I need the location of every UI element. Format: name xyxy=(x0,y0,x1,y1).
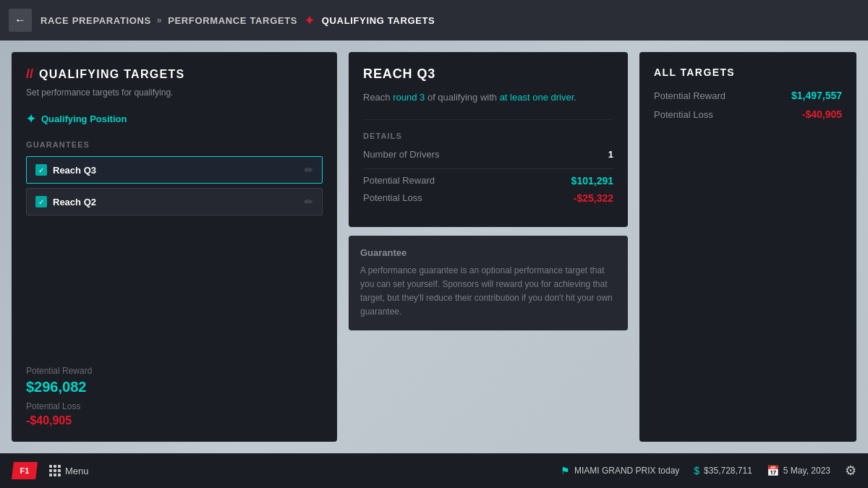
drivers-label: Number of Drivers xyxy=(363,149,439,160)
grid-icon xyxy=(49,465,61,476)
guarantee-info-card: Guarantee A performance guarantee is an … xyxy=(349,236,628,331)
left-reward-label: Potential Reward xyxy=(26,366,323,376)
date-label: 5 May, 2023 xyxy=(783,466,830,476)
plus-icon: ✦ xyxy=(26,112,35,126)
details-label: DETAILS xyxy=(363,132,613,140)
qualifying-position-label: Qualifying Position xyxy=(41,114,127,124)
all-targets-reward-row: Potential Reward $1,497,557 xyxy=(654,90,842,101)
card-description: Reach round 3 of qualifying with at leas… xyxy=(363,90,613,105)
back-button[interactable]: ← xyxy=(9,9,32,32)
middle-reward-label: Potential Reward xyxy=(363,175,435,186)
grid-dot-8 xyxy=(54,474,56,476)
flag-icon: ⚑ xyxy=(561,465,570,476)
f1-logo: F1 xyxy=(12,462,38,479)
guarantee-item-q3[interactable]: ✓ Reach Q3 ✏ xyxy=(26,156,323,184)
grid-dot-2 xyxy=(54,465,56,468)
balance-info: $ $35,728,711 xyxy=(694,465,752,476)
checkbox-q3: ✓ xyxy=(35,164,47,176)
balance-label: $35,728,711 xyxy=(704,466,752,476)
breadcrumb-qualifying-targets: QUALIFYING TARGETS xyxy=(322,15,435,26)
grid-dot-6 xyxy=(58,469,61,472)
guarantee-left-q2: ✓ Reach Q2 xyxy=(35,196,96,207)
guarantee-name-q3: Reach Q3 xyxy=(53,165,96,176)
grid-dot-3 xyxy=(58,465,61,468)
edit-icon-q3[interactable]: ✏ xyxy=(305,164,313,176)
breadcrumb-race-prep: RACE PREPARATIONS xyxy=(41,15,151,26)
qualifying-position-button[interactable]: ✦ Qualifying Position xyxy=(26,109,323,129)
grid-dot-9 xyxy=(58,474,61,476)
breadcrumb-sep-1: » xyxy=(157,15,162,25)
left-reward-value: $296,082 xyxy=(26,379,323,395)
settings-icon[interactable]: ⚙ xyxy=(845,463,856,479)
breadcrumb-sep-2: ✦ xyxy=(305,14,315,27)
all-loss-label: Potential Loss xyxy=(654,109,713,120)
grid-dot-7 xyxy=(49,474,52,476)
all-targets-title: ALL TARGETS xyxy=(654,67,842,78)
loss-row: Potential Loss -$25,322 xyxy=(363,192,613,204)
f1-logo-shape: F1 xyxy=(12,462,38,479)
grid-dot-4 xyxy=(49,469,52,472)
middle-reward-value: $101,291 xyxy=(571,175,613,187)
guarantee-left-q3: ✓ Reach Q3 xyxy=(35,164,96,176)
card-title: REACH Q3 xyxy=(363,67,613,82)
guarantee-item-q2[interactable]: ✓ Reach Q2 ✏ xyxy=(26,188,323,215)
all-reward-label: Potential Reward xyxy=(654,90,726,101)
checkbox-q2: ✓ xyxy=(35,196,47,207)
money-icon: $ xyxy=(694,465,699,476)
panel-title-area: // QUALIFYING TARGETS xyxy=(26,67,323,82)
left-loss-value: -$40,905 xyxy=(26,414,323,427)
guarantees-label: GUARANTEES xyxy=(26,140,323,149)
right-panel: ALL TARGETS Potential Reward $1,497,557 … xyxy=(639,52,856,442)
breadcrumb-perf-targets: PERFORMANCE TARGETS xyxy=(168,15,297,26)
event-label: MIAMI GRAND PRIX today xyxy=(574,466,679,476)
panel-title-text: QUALIFYING TARGETS xyxy=(39,68,184,81)
guarantee-info-title: Guarantee xyxy=(360,247,616,258)
middle-loss-value: -$25,322 xyxy=(574,192,613,204)
desc-drivers: at least one driver xyxy=(500,92,574,103)
event-info: ⚑ MIAMI GRAND PRIX today xyxy=(561,465,679,476)
desc-pre: Reach xyxy=(363,92,393,103)
detail-row-drivers: Number of Drivers 1 xyxy=(363,149,613,160)
all-reward-value: $1,497,557 xyxy=(791,90,842,101)
main-content: // QUALIFYING TARGETS Set performance ta… xyxy=(0,40,868,453)
reward-row: Potential Reward $101,291 xyxy=(363,168,613,187)
middle-panel: REACH Q3 Reach round 3 of qualifying wit… xyxy=(349,52,628,442)
bottom-right: ⚑ MIAMI GRAND PRIX today $ $35,728,711 📅… xyxy=(561,463,856,479)
grid-dot-5 xyxy=(54,469,56,472)
left-panel: // QUALIFYING TARGETS Set performance ta… xyxy=(12,52,337,442)
menu-button[interactable]: Menu xyxy=(49,465,89,476)
top-navigation: ← RACE PREPARATIONS » PERFORMANCE TARGET… xyxy=(0,0,868,40)
edit-icon-q2[interactable]: ✏ xyxy=(305,196,313,207)
bottom-bar: F1 Menu ⚑ MIAMI GRAND PRIX today $ $35 xyxy=(0,453,868,488)
left-loss-label: Potential Loss xyxy=(26,401,323,411)
grid-dot-1 xyxy=(49,465,52,468)
menu-label: Menu xyxy=(65,466,89,476)
guarantee-info-text: A performance guarantee is an optional p… xyxy=(360,264,616,320)
all-loss-value: -$40,905 xyxy=(802,108,842,120)
desc-mid: of qualifying with xyxy=(425,92,499,103)
reach-q3-card: REACH Q3 Reach round 3 of qualifying wit… xyxy=(349,52,628,227)
all-targets-loss-row: Potential Loss -$40,905 xyxy=(654,108,842,120)
drivers-value: 1 xyxy=(608,149,613,160)
date-info: 📅 5 May, 2023 xyxy=(767,465,830,476)
double-slash-icon: // xyxy=(26,67,33,82)
desc-post: . xyxy=(574,92,576,103)
breadcrumb: RACE PREPARATIONS » PERFORMANCE TARGETS … xyxy=(41,14,435,27)
calendar-icon: 📅 xyxy=(767,465,779,476)
panel-subtitle: Set performance targets for qualifying. xyxy=(26,87,323,98)
bottom-left: F1 Menu xyxy=(12,462,89,479)
details-section: DETAILS Number of Drivers 1 Potential Re… xyxy=(363,119,613,204)
desc-round: round 3 xyxy=(393,92,425,103)
middle-loss-label: Potential Loss xyxy=(363,192,422,203)
guarantee-name-q2: Reach Q2 xyxy=(53,197,96,207)
